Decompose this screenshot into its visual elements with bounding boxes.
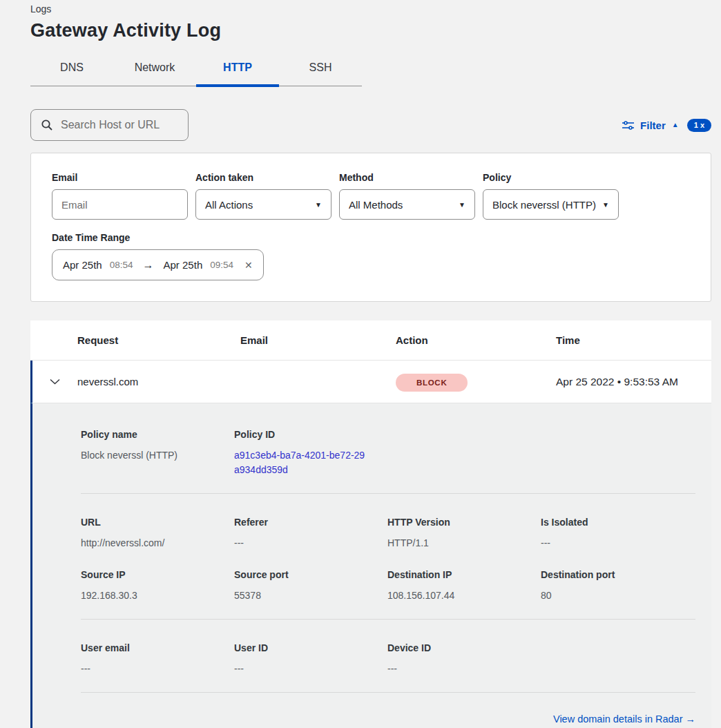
time-value: Apr 25 2022 • 9:53:53 AM	[556, 376, 711, 388]
search-box[interactable]	[30, 109, 189, 141]
header-request: Request	[77, 334, 240, 346]
caret-up-icon: ▲	[672, 122, 679, 128]
source-port-value: 55378	[234, 588, 387, 603]
view-radar-link-text: View domain details in Radar	[553, 713, 683, 725]
url-value: http://neverssl.com/	[81, 536, 234, 550]
header-action: Action	[396, 334, 556, 346]
filter-panel: Email Action taken All Actions ▼ Method …	[30, 153, 711, 302]
end-time[interactable]: 09:54	[210, 260, 233, 270]
header-time: Time	[556, 334, 711, 346]
action-taken-select[interactable]: All Actions ▼	[195, 189, 331, 220]
destination-port-value: 80	[541, 588, 694, 603]
user-email-value: ---	[81, 662, 234, 676]
caret-down-icon: ▼	[459, 201, 465, 209]
action-taken-value: All Actions	[205, 199, 253, 211]
status-badge-block: BLOCK	[396, 374, 468, 392]
caret-down-icon: ▼	[602, 201, 609, 209]
method-select[interactable]: All Methods ▼	[339, 189, 475, 220]
source-ip-label: Source IP	[81, 569, 234, 580]
referer-value: ---	[234, 536, 387, 550]
user-id-value: ---	[234, 662, 387, 676]
user-id-label: User ID	[234, 642, 387, 653]
table-header-row: Request Email Action Time	[30, 320, 711, 361]
source-port-label: Source port	[234, 569, 387, 580]
divider	[81, 692, 695, 693]
request-value: neverssl.com	[77, 376, 240, 387]
expanded-row-details: Policy name Block neverssl (HTTP) Policy…	[30, 403, 711, 728]
policy-id-label: Policy ID	[234, 429, 387, 440]
filter-count-badge[interactable]: 1 x	[687, 119, 711, 132]
method-label: Method	[339, 172, 475, 183]
email-filter-label: Email	[52, 172, 188, 183]
end-date[interactable]: Apr 25th	[164, 259, 203, 271]
policy-name-label: Policy name	[81, 429, 234, 440]
action-taken-label: Action taken	[195, 172, 331, 183]
destination-ip-value: 108.156.107.44	[387, 588, 541, 603]
table-row[interactable]: neverssl.com BLOCK Apr 25 2022 • 9:53:53…	[30, 361, 711, 403]
tab-network[interactable]: Network	[113, 56, 196, 86]
start-time[interactable]: 08:54	[110, 260, 133, 270]
destination-ip-label: Destination IP	[387, 569, 541, 580]
tab-dns[interactable]: DNS	[30, 56, 113, 86]
filter-sliders-icon	[622, 120, 634, 131]
arrow-right-icon: →	[686, 713, 696, 725]
header-email: Email	[240, 334, 396, 346]
page-title: Gateway Activity Log	[30, 20, 711, 41]
date-range-picker[interactable]: Apr 25th 08:54 → Apr 25th 09:54 ✕	[52, 249, 264, 280]
is-isolated-label: Is Isolated	[541, 517, 694, 528]
filter-label: Filter	[640, 119, 666, 131]
activity-log-table: Request Email Action Time neverssl.com B…	[30, 320, 711, 728]
filter-toggle-button[interactable]: Filter ▲ 1 x	[622, 119, 711, 132]
policy-value: Block neverssl (HTTP)	[492, 199, 596, 211]
start-date[interactable]: Apr 25th	[63, 259, 102, 271]
tab-ssh[interactable]: SSH	[279, 56, 362, 86]
date-range-label: Date Time Range	[52, 232, 690, 243]
referer-label: Referer	[234, 517, 387, 528]
method-value: All Methods	[349, 199, 403, 211]
is-isolated-value: ---	[541, 536, 694, 550]
search-input[interactable]	[61, 119, 178, 131]
email-filter-input[interactable]	[61, 190, 178, 219]
clear-date-range-icon[interactable]: ✕	[244, 260, 253, 271]
row-expand-toggle[interactable]	[50, 379, 60, 385]
divider	[81, 619, 695, 620]
search-icon	[41, 119, 53, 131]
url-label: URL	[81, 517, 234, 528]
policy-id-link[interactable]: a91c3eb4-ba7a-4201-be72-29a934dd359d	[234, 448, 369, 477]
policy-label: Policy	[483, 172, 619, 183]
device-id-label: Device ID	[387, 642, 541, 653]
divider	[81, 493, 695, 494]
tab-http[interactable]: HTTP	[196, 56, 279, 86]
email-filter-field	[52, 189, 188, 220]
tab-bar: DNS Network HTTP SSH	[30, 56, 362, 86]
policy-name-value: Block neverssl (HTTP)	[81, 448, 234, 463]
caret-down-icon: ▼	[315, 201, 322, 209]
breadcrumb[interactable]: Logs	[30, 0, 711, 15]
source-ip-value: 192.168.30.3	[81, 588, 234, 603]
chevron-down-icon	[50, 379, 60, 385]
view-radar-link[interactable]: View domain details in Radar→	[553, 713, 695, 725]
range-arrow-icon: →	[141, 259, 156, 271]
toolbar: Filter ▲ 1 x	[30, 109, 711, 141]
destination-port-label: Destination port	[541, 569, 694, 580]
policy-select[interactable]: Block neverssl (HTTP) ▼	[483, 189, 619, 220]
http-version-value: HTTP/1.1	[387, 536, 541, 550]
device-id-value: ---	[387, 662, 541, 676]
user-email-label: User email	[81, 642, 234, 653]
http-version-label: HTTP Version	[387, 517, 541, 528]
